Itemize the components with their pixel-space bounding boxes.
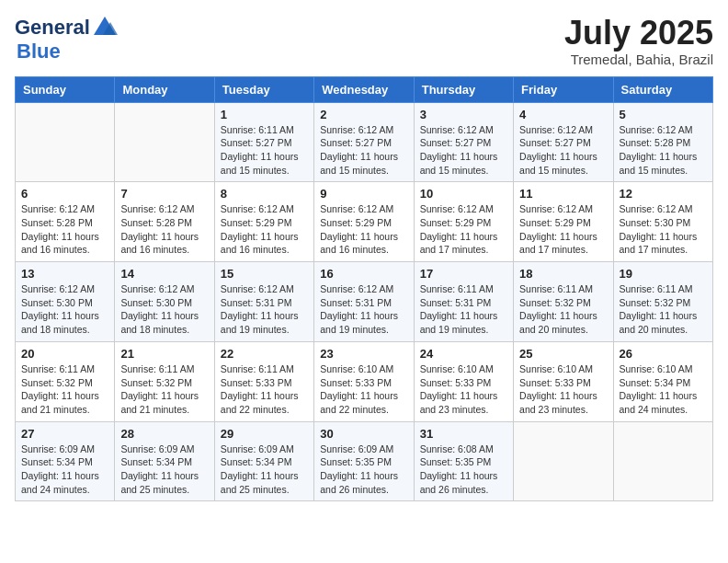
day-detail: Sunrise: 6:12 AM Sunset: 5:29 PM Dayligh… [420,202,507,257]
day-detail: Sunrise: 6:12 AM Sunset: 5:29 PM Dayligh… [519,202,607,257]
logo: General Blue [15,15,118,63]
day-detail: Sunrise: 6:09 AM Sunset: 5:34 PM Dayligh… [120,442,208,497]
week-row-1: 1Sunrise: 6:11 AM Sunset: 5:27 PM Daylig… [16,102,713,182]
day-number: 29 [221,427,308,441]
day-cell: 29Sunrise: 6:09 AM Sunset: 5:34 PM Dayli… [214,421,313,501]
day-cell [16,102,115,182]
day-detail: Sunrise: 6:12 AM Sunset: 5:30 PM Dayligh… [620,202,707,257]
page-header: General Blue July 2025 Tremedal, Bahia, … [15,15,713,67]
day-number: 18 [519,267,607,281]
day-cell: 11Sunrise: 6:12 AM Sunset: 5:29 PM Dayli… [514,182,613,262]
day-detail: Sunrise: 6:09 AM Sunset: 5:34 PM Dayligh… [221,442,308,497]
day-number: 26 [620,347,707,361]
day-number: 10 [420,187,507,201]
day-number: 30 [320,427,407,441]
day-number: 9 [320,187,407,201]
weekday-sunday: Sunday [16,76,115,102]
day-detail: Sunrise: 6:09 AM Sunset: 5:34 PM Dayligh… [21,442,108,497]
day-number: 2 [320,108,407,121]
day-number: 31 [420,427,507,441]
day-cell: 19Sunrise: 6:11 AM Sunset: 5:32 PM Dayli… [613,262,712,342]
day-number: 27 [21,427,108,441]
logo-blue: Blue [17,40,61,63]
day-detail: Sunrise: 6:11 AM Sunset: 5:27 PM Dayligh… [221,123,308,178]
day-cell: 10Sunrise: 6:12 AM Sunset: 5:29 PM Dayli… [414,182,513,262]
day-number: 5 [620,108,707,121]
day-cell: 3Sunrise: 6:12 AM Sunset: 5:27 PM Daylig… [414,102,513,182]
day-number: 20 [21,347,108,361]
day-detail: Sunrise: 6:12 AM Sunset: 5:28 PM Dayligh… [21,202,108,257]
day-detail: Sunrise: 6:11 AM Sunset: 5:32 PM Dayligh… [120,362,208,417]
day-cell: 20Sunrise: 6:11 AM Sunset: 5:32 PM Dayli… [16,341,115,421]
day-detail: Sunrise: 6:08 AM Sunset: 5:35 PM Dayligh… [420,442,507,497]
day-cell: 30Sunrise: 6:09 AM Sunset: 5:35 PM Dayli… [314,421,414,501]
weekday-monday: Monday [115,76,214,102]
location-subtitle: Tremedal, Bahia, Brazil [564,52,713,67]
weekday-saturday: Saturday [613,76,712,102]
day-cell [613,421,712,501]
weekday-tuesday: Tuesday [214,76,313,102]
day-cell: 7Sunrise: 6:12 AM Sunset: 5:28 PM Daylig… [115,182,214,262]
day-cell: 13Sunrise: 6:12 AM Sunset: 5:30 PM Dayli… [16,262,115,342]
day-cell: 9Sunrise: 6:12 AM Sunset: 5:29 PM Daylig… [314,182,414,262]
day-cell: 21Sunrise: 6:11 AM Sunset: 5:32 PM Dayli… [115,341,214,421]
day-detail: Sunrise: 6:12 AM Sunset: 5:28 PM Dayligh… [120,202,208,257]
day-detail: Sunrise: 6:10 AM Sunset: 5:33 PM Dayligh… [320,362,407,417]
day-cell [115,102,214,182]
logo-text: General [15,17,90,39]
day-cell: 5Sunrise: 6:12 AM Sunset: 5:28 PM Daylig… [613,102,712,182]
day-number: 24 [420,347,507,361]
day-number: 6 [21,187,108,201]
calendar-table: SundayMondayTuesdayWednesdayThursdayFrid… [15,76,713,502]
day-detail: Sunrise: 6:12 AM Sunset: 5:27 PM Dayligh… [519,123,607,178]
day-number: 15 [221,267,308,281]
day-detail: Sunrise: 6:10 AM Sunset: 5:33 PM Dayligh… [420,362,507,417]
weekday-thursday: Thursday [414,76,513,102]
weekday-friday: Friday [514,76,613,102]
day-detail: Sunrise: 6:10 AM Sunset: 5:33 PM Dayligh… [519,362,607,417]
day-cell: 4Sunrise: 6:12 AM Sunset: 5:27 PM Daylig… [514,102,613,182]
week-row-5: 27Sunrise: 6:09 AM Sunset: 5:34 PM Dayli… [16,421,713,501]
day-detail: Sunrise: 6:11 AM Sunset: 5:32 PM Dayligh… [519,282,607,337]
day-cell: 26Sunrise: 6:10 AM Sunset: 5:34 PM Dayli… [613,341,712,421]
day-cell: 2Sunrise: 6:12 AM Sunset: 5:27 PM Daylig… [314,102,414,182]
logo-icon [92,15,118,40]
day-number: 12 [620,187,707,201]
day-cell: 31Sunrise: 6:08 AM Sunset: 5:35 PM Dayli… [414,421,513,501]
day-detail: Sunrise: 6:12 AM Sunset: 5:31 PM Dayligh… [320,282,407,337]
day-detail: Sunrise: 6:12 AM Sunset: 5:27 PM Dayligh… [420,123,507,178]
day-number: 14 [120,267,208,281]
day-number: 4 [519,108,607,121]
day-cell: 6Sunrise: 6:12 AM Sunset: 5:28 PM Daylig… [16,182,115,262]
day-number: 17 [420,267,507,281]
day-cell [514,421,613,501]
day-cell: 14Sunrise: 6:12 AM Sunset: 5:30 PM Dayli… [115,262,214,342]
day-cell: 25Sunrise: 6:10 AM Sunset: 5:33 PM Dayli… [514,341,613,421]
day-detail: Sunrise: 6:12 AM Sunset: 5:31 PM Dayligh… [221,282,308,337]
day-cell: 12Sunrise: 6:12 AM Sunset: 5:30 PM Dayli… [613,182,712,262]
day-cell: 1Sunrise: 6:11 AM Sunset: 5:27 PM Daylig… [214,102,313,182]
day-number: 23 [320,347,407,361]
day-detail: Sunrise: 6:09 AM Sunset: 5:35 PM Dayligh… [320,442,407,497]
day-cell: 15Sunrise: 6:12 AM Sunset: 5:31 PM Dayli… [214,262,313,342]
day-number: 28 [120,427,208,441]
day-number: 3 [420,108,507,121]
day-cell: 23Sunrise: 6:10 AM Sunset: 5:33 PM Dayli… [314,341,414,421]
weekday-wednesday: Wednesday [314,76,414,102]
title-block: July 2025 Tremedal, Bahia, Brazil [564,15,713,67]
day-cell: 28Sunrise: 6:09 AM Sunset: 5:34 PM Dayli… [115,421,214,501]
day-cell: 16Sunrise: 6:12 AM Sunset: 5:31 PM Dayli… [314,262,414,342]
day-detail: Sunrise: 6:12 AM Sunset: 5:30 PM Dayligh… [21,282,108,337]
day-number: 7 [120,187,208,201]
day-cell: 24Sunrise: 6:10 AM Sunset: 5:33 PM Dayli… [414,341,513,421]
day-detail: Sunrise: 6:12 AM Sunset: 5:27 PM Dayligh… [320,123,407,178]
day-detail: Sunrise: 6:11 AM Sunset: 5:33 PM Dayligh… [221,362,308,417]
week-row-4: 20Sunrise: 6:11 AM Sunset: 5:32 PM Dayli… [16,341,713,421]
day-number: 1 [221,108,308,121]
day-detail: Sunrise: 6:10 AM Sunset: 5:34 PM Dayligh… [620,362,707,417]
day-number: 19 [620,267,707,281]
day-number: 11 [519,187,607,201]
week-row-3: 13Sunrise: 6:12 AM Sunset: 5:30 PM Dayli… [16,262,713,342]
day-cell: 18Sunrise: 6:11 AM Sunset: 5:32 PM Dayli… [514,262,613,342]
day-number: 13 [21,267,108,281]
